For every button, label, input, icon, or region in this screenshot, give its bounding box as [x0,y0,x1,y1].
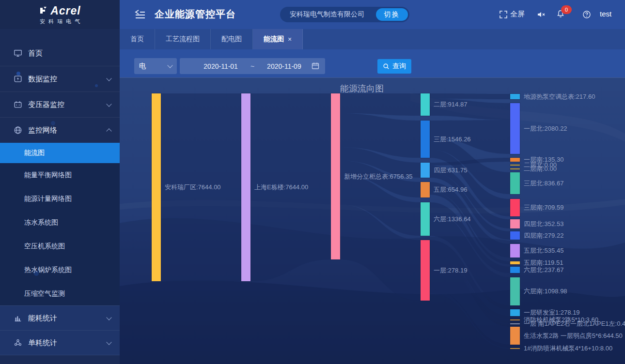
sankey-node-label-floor-5: 五层:654.96 [434,185,467,194]
calendar-icon [312,62,319,70]
company-selector[interactable]: 安科瑞电气制造有限公司 切换 [280,7,409,22]
network-globe-icon [14,126,22,135]
fullscreen-label: 全屏 [510,10,525,19]
sidebar-subitem-label: 冻水系统图 [24,218,58,227]
username[interactable]: test [600,10,611,18]
sankey-chart-area: 能源流向图 安科瑞厂区:7644.00上海E栋楼:7644.00新增分立柜总表:… [120,77,625,364]
sankey-node-label-floor-6: 六层:1336.64 [434,215,471,224]
sankey-node-fire-hydrant-pump[interactable] [510,319,520,320]
sidebar-item-label: 变压器监控 [28,100,107,109]
sankey-node-ape-link[interactable] [510,323,520,324]
sankey-node-label-floor-1: 一层:278.19 [434,266,467,275]
tab-energy-flow[interactable]: 能流图 × [253,29,303,49]
sankey-node-f1-south[interactable] [510,158,520,162]
sidebar-item-data-monitor[interactable]: 数据监控 [0,66,120,92]
sankey-node-water-pump[interactable] [510,327,520,345]
sidebar-subitem-chilled-water[interactable]: 冻水系统图 [0,211,120,234]
sidebar: Acrel 安科瑞电气 首页 数据监控 变压器监控 监控网络 [0,0,120,364]
chevron-up-icon [106,128,111,134]
sankey-node-f4-south[interactable] [510,231,520,240]
sidebar-subitem-air-compressor[interactable]: 空压机系统图 [0,234,120,258]
sidebar-subitem-label: 能量平衡网络图 [24,171,72,180]
sidebar-subitem-energy-balance[interactable]: 能量平衡网络图 [0,163,120,187]
sankey-node-f2-north[interactable] [510,165,520,166]
sankey-node-label-f1-north: 一层北:2080.22 [524,124,567,133]
sankey-node-f5-south[interactable] [510,261,520,264]
sidebar-subitem-label: 热水锅炉系统图 [24,266,72,274]
app-window: Acrel 安科瑞电气 首页 数据监控 变压器监控 监控网络 [0,0,625,364]
brand-name: Acrel [50,4,81,17]
tab-label: 能流图 [264,35,284,44]
sidebar-item-transformer-monitor[interactable]: 变压器监控 [0,92,120,118]
sankey-node-floor-4[interactable] [421,163,430,178]
sidebar-item-energy-stats[interactable]: 能耗统计 [0,305,120,331]
search-icon [383,63,390,70]
sidebar-item-label: 首页 [28,49,111,58]
sankey-node-ankrui-factory[interactable] [152,93,161,281]
sankey-node-label-water-pump: 生活水泵2路 一层弱点房5*6:644.50 [524,332,623,340]
tab-home[interactable]: 首页 [120,29,155,49]
sidebar-item-monitor-network[interactable]: 监控网络 [0,118,120,143]
sidebar-subitem-label: 压缩空气监测 [24,289,65,298]
sidebar-item-label: 监控网络 [28,126,107,135]
notifications-button[interactable]: 0 [556,10,565,20]
sankey-node-label-gshp-total: 地源热泵空调总表:217.60 [524,92,595,101]
sankey-node-f3-south[interactable] [510,199,520,216]
sidebar-item-home[interactable]: 首页 [0,41,120,66]
sankey-node-floor-5[interactable] [421,182,430,197]
fullscreen-button[interactable]: 全屏 [499,10,525,19]
page-title: 企业能源管控平台 [155,8,236,21]
sankey-node-label-ape-link: 一层 南1APE2右一层北1APE1左:0.4 [524,319,625,328]
sankey-node-f4-north[interactable] [510,219,520,228]
sankey-node-label-new-cabinet: 新增分立柜总表:6756.35 [344,172,413,181]
sankey-node-label-f4-south: 四层南:279.22 [524,231,563,240]
close-tab-icon[interactable]: × [288,35,292,43]
help-icon[interactable] [582,10,591,19]
sankey-node-shanghai-e-bldg[interactable] [241,93,250,281]
date-range-picker[interactable]: 2020-11-01 ~ 2020-11-09 [180,58,325,74]
sankey-node-floor-1[interactable] [421,240,430,301]
tab-distribution[interactable]: 配电图 [211,29,253,49]
sankey-node-label-f6-north: 六层北:237.67 [524,266,563,274]
sankey-node-new-cabinet[interactable] [331,93,340,259]
chevron-down-icon [106,339,111,345]
acrel-logo: Acrel 安科瑞电气 [0,0,120,29]
sankey-node-f6-south[interactable] [510,277,520,305]
sankey-node-floor-6[interactable] [421,202,430,236]
sankey-node-f1-north[interactable] [510,103,520,154]
sankey-node-f3-north[interactable] [510,172,520,194]
sidebar-subitem-compressed-air[interactable]: 压缩空气监测 [0,282,120,305]
sankey-node-label-f3-north: 三层北:836.67 [524,179,563,188]
tab-label: 配电图 [221,35,242,44]
top-header: 企业能源管控平台 安科瑞电气制造有限公司 切换 全屏 0 test [120,0,625,29]
sankey-node-label-floor-2: 二层:914.87 [434,100,467,109]
home-icon [14,49,22,58]
sankey-node-floor-3[interactable] [421,121,430,158]
sankey-node-f1-rd-room1[interactable] [510,309,520,316]
sankey-node-gshp-total[interactable] [510,94,520,99]
energy-type-select[interactable]: 电 [134,58,177,74]
chart-title: 能源流向图 [304,83,420,94]
sankey-node-f2-south[interactable] [510,168,520,169]
sidebar-subitem-hot-water-boiler[interactable]: 热水锅炉系统图 [0,258,120,282]
sankey-node-label-f4-north: 四层北:352.53 [524,220,563,228]
main-area: 企业能源管控平台 安科瑞电气制造有限公司 切换 全屏 0 test 首 [120,0,625,364]
sidebar-subitem-energy-metering[interactable]: 能源计量网络图 [0,187,120,211]
sankey-node-label-f2-south: 二层南:0.00 [524,165,557,173]
sankey-node-label-f6-south: 六层南:1098.98 [524,287,567,296]
sidebar-item-unit-consumption-stats[interactable]: 单耗统计 [0,331,120,355]
mute-icon[interactable] [537,10,546,19]
chevron-down-icon [167,62,172,68]
sankey-node-f6-north[interactable] [510,267,520,273]
sankey-node-sprinkler-pump[interactable] [510,348,520,349]
sankey-node-label-sprinkler-pump: 1#消防喷淋机械泵4*16+10:8.00 [524,344,612,353]
collapse-menu-icon[interactable] [134,9,146,20]
sankey-node-floor-2[interactable] [421,93,430,116]
query-button[interactable]: 查询 [377,59,411,74]
sidebar-subitem-energy-flow[interactable]: 能流图 [0,143,120,163]
tab-process-flow[interactable]: 工艺流程图 [155,29,211,49]
switch-company-button[interactable]: 切换 [376,8,408,21]
sankey-node-f5-north[interactable] [510,244,520,258]
fullscreen-icon [499,10,508,19]
sankey-node-label-ankrui-factory: 安科瑞厂区:7644.00 [165,183,221,192]
